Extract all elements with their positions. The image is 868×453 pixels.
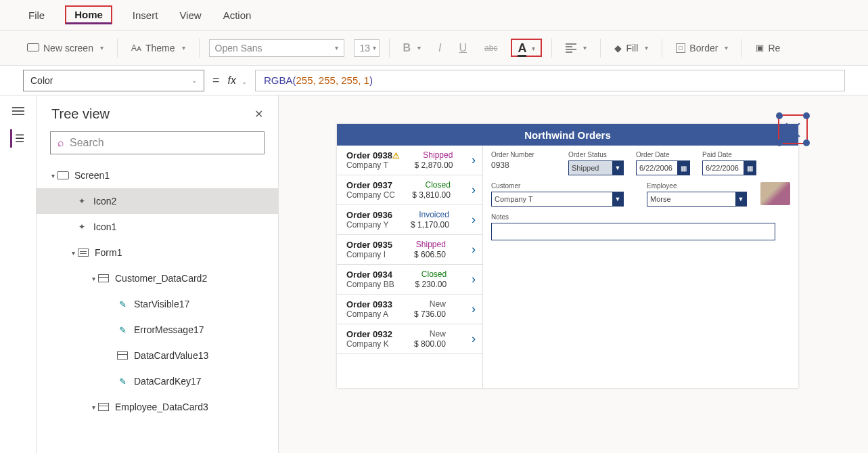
component-icon: ✦	[76, 196, 88, 206]
border-icon	[676, 43, 685, 53]
order-list-item[interactable]: Order 0935Company IShipped$ 606.50›	[337, 235, 482, 265]
fontsize-select[interactable]: 13 ▾	[354, 39, 380, 57]
tree-node-icon2[interactable]: ✦ Icon2	[37, 188, 278, 214]
app-title: Northwind Orders	[524, 129, 611, 141]
strike-button[interactable]: abc	[480, 41, 501, 56]
edit-icon: ✎	[116, 376, 129, 386]
node-label: Icon2	[93, 196, 116, 207]
order-list-item[interactable]: Order 0933Company ANew$ 736.00›	[337, 295, 482, 324]
customer-select[interactable]: Company T▼	[491, 192, 624, 207]
tree-node-form1[interactable]: ▾ Form1	[37, 240, 278, 265]
component-icon: ✦	[76, 222, 88, 232]
tree-panel: Tree view ✕ ⌕ Search ▾ Screen1 ✦ Icon2 ✦…	[37, 95, 279, 453]
employee-select[interactable]: Morse▼	[647, 192, 747, 207]
orders-list[interactable]: Order 0938⚠Company TShipped$ 2,870.00›Or…	[337, 146, 483, 388]
node-label: Screen1	[74, 170, 110, 181]
italic-button[interactable]: I	[434, 39, 445, 57]
menu-file[interactable]: File	[27, 7, 46, 24]
node-label: Icon1	[93, 221, 116, 232]
reorder-button[interactable]: ▣ Re	[752, 40, 784, 56]
theme-button[interactable]: Aᴀ Theme ▾	[127, 40, 189, 56]
node-label: Employee_DataCard3	[115, 402, 208, 412]
chevron-right-icon: ›	[472, 272, 476, 286]
ribbon: New screen ▾ Aᴀ Theme ▾ Open Sans ▾ 13 ▾…	[0, 30, 868, 66]
label-employee: Employee	[647, 182, 748, 190]
order-list-item[interactable]: Order 0937Company CCClosed$ 3,810.00›	[337, 175, 482, 205]
calendar-icon: ▦	[744, 161, 756, 175]
tree-node-screen1[interactable]: ▾ Screen1	[37, 163, 278, 188]
fx-button[interactable]: fx⌄	[228, 74, 247, 87]
chevron-down-icon: ▾	[100, 44, 104, 51]
app-title-bar: Northwind Orders	[337, 124, 798, 146]
tree-node-icon1[interactable]: ✦ Icon1	[37, 214, 278, 240]
formula-input[interactable]: RGBA(255, 255, 255, 1)	[255, 70, 845, 91]
formula-fn: RGBA	[264, 74, 293, 86]
underline-button[interactable]: U	[455, 39, 472, 57]
tree-node-err17[interactable]: ✎ ErrorMessage17	[37, 317, 278, 343]
hamburger-icon[interactable]	[12, 105, 24, 117]
search-icon: ⌕	[58, 137, 64, 149]
chevron-down-icon: ▾	[373, 44, 376, 51]
new-screen-button[interactable]: New screen ▾	[23, 40, 108, 56]
menu-home[interactable]: Home	[65, 5, 112, 24]
order-date-input[interactable]: 6/22/2006▦	[636, 160, 690, 175]
order-list-item[interactable]: Order 0936Company YInvoiced$ 1,170.00›	[337, 205, 482, 235]
align-button[interactable]: ▾	[562, 39, 591, 57]
tree-node-employee-card[interactable]: ▾ Employee_DataCard3	[37, 394, 278, 420]
node-label: Customer_DataCard2	[115, 273, 207, 284]
border-button[interactable]: Border ▾	[672, 40, 732, 56]
font-select[interactable]: Open Sans ▾	[209, 39, 344, 57]
tree-node-customer-card[interactable]: ▾ Customer_DataCard2	[37, 265, 278, 291]
bold-icon: B	[403, 42, 411, 54]
fill-label: Fill	[626, 43, 638, 53]
order-list-item[interactable]: Order 0932Company KNew$ 800.00›	[337, 324, 482, 354]
tree-node-dcv13[interactable]: DataCardValue13	[37, 343, 278, 368]
underline-icon: U	[459, 42, 467, 54]
edit-icon: ✎	[116, 325, 129, 335]
order-list-item[interactable]: Order 0938⚠Company TShipped$ 2,870.00›	[337, 146, 482, 175]
value-order-number: 0938	[491, 160, 556, 170]
chevron-down-icon: ▾	[335, 44, 338, 51]
align-left-icon	[566, 42, 576, 54]
equals-label: =	[212, 73, 220, 87]
node-label: ErrorMessage17	[134, 324, 204, 335]
close-icon[interactable]: ✕	[254, 108, 263, 121]
menu-view[interactable]: View	[178, 7, 202, 24]
label-order-number: Order Number	[491, 151, 556, 158]
tree-node-star17[interactable]: ✎ StarVisible17	[37, 291, 278, 317]
fontsize-value: 13	[360, 43, 371, 53]
edit-icon: ✎	[116, 299, 129, 309]
employee-avatar	[760, 182, 790, 205]
bold-button[interactable]: B▾	[399, 39, 426, 57]
formula-bar: Color ⌄ = fx⌄ RGBA(255, 255, 255, 1)	[0, 66, 868, 95]
tree-search-input[interactable]: ⌕ Search	[50, 131, 265, 154]
font-color-button[interactable]: A▾	[511, 39, 542, 57]
node-label: Form1	[95, 247, 122, 258]
chevron-right-icon: ›	[472, 153, 476, 167]
order-list-item[interactable]: Order 0934Company BBClosed$ 230.00›	[337, 265, 482, 295]
italic-icon: I	[438, 42, 441, 54]
fill-button[interactable]: ◆ Fill ▾	[610, 40, 652, 56]
property-select[interactable]: Color ⌄	[23, 70, 204, 91]
menu-action[interactable]: Action	[222, 7, 253, 24]
new-screen-label: New screen	[43, 43, 93, 53]
notes-input[interactable]	[491, 223, 775, 240]
tree-node-dck17[interactable]: ✎ DataCardKey17	[37, 368, 278, 394]
font-color-icon: A	[518, 41, 526, 56]
theme-label: Theme	[145, 43, 175, 53]
property-value: Color	[30, 75, 53, 86]
tree-title: Tree view	[51, 106, 110, 122]
paid-date-input[interactable]: 6/22/2006▦	[702, 160, 756, 175]
treeview-rail-icon[interactable]: ☰	[10, 129, 26, 148]
chevron-right-icon: ›	[472, 183, 476, 197]
order-status-select[interactable]: Shipped▼	[568, 160, 624, 175]
label-order-date: Order Date	[636, 151, 690, 158]
selection-handles[interactable]	[778, 114, 808, 144]
left-rail: ☰	[0, 95, 37, 453]
strike-icon: abc	[484, 43, 497, 53]
tree-scroll[interactable]: ▾ Screen1 ✦ Icon2 ✦ Icon1 ▾ Form1 ▾ Cust…	[37, 163, 278, 453]
label-paid-date: Paid Date	[702, 151, 756, 158]
menu-insert[interactable]: Insert	[131, 7, 160, 24]
canvas[interactable]: Northwind Orders Order 0938⚠Company TShi…	[279, 95, 868, 453]
order-detail-form: Order Number 0938 Order Status Shipped▼ …	[483, 146, 798, 388]
